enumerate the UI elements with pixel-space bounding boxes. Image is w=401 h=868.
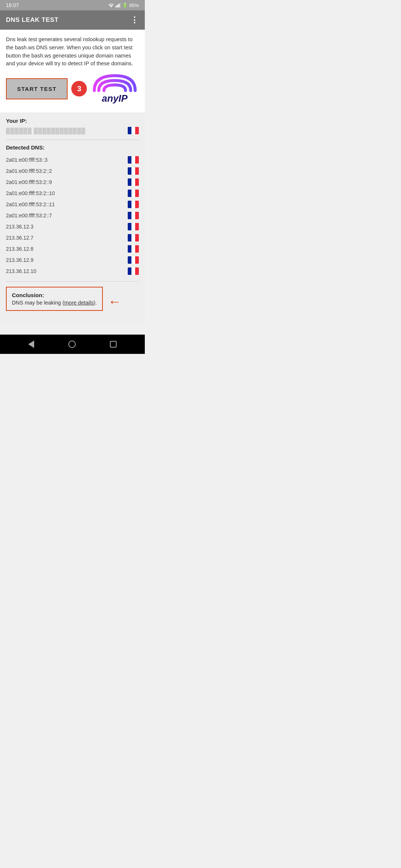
dns-list-item: 2a01:e00:ffff:53:2::7 (6, 210, 139, 221)
detected-dns-label: Detected DNS: (6, 144, 139, 151)
dns-address: 213.36.12.10 (6, 268, 36, 274)
divider-2 (6, 281, 139, 282)
signal-icon (115, 3, 121, 7)
menu-button[interactable]: ⋮ (130, 15, 139, 25)
anyip-logo: anyIP (91, 74, 139, 103)
dns-country-flag (128, 245, 139, 253)
divider-1 (6, 139, 139, 140)
main-content: Dns leak test generates several nslookup… (0, 30, 145, 112)
dns-list-item: 213.36.12.3 (6, 221, 139, 232)
nav-bar (0, 335, 145, 354)
status-bar: 16:07 🔋 95% (0, 0, 145, 10)
ip-country-flag (128, 127, 139, 134)
results-section: Your IP: ██████ ████████████ Detected DN… (0, 112, 145, 323)
conclusion-row: Conclusion: DNS may be leaking (more det… (6, 287, 139, 323)
home-button[interactable] (68, 341, 76, 348)
back-button[interactable] (28, 341, 34, 348)
arrow-icon: ← (108, 295, 121, 308)
dns-address: 2a01:e00:ffff:53:2::10 (6, 190, 55, 196)
anyip-text: anyIP (102, 93, 127, 104)
dns-address: 213.36.12.3 (6, 224, 33, 230)
dns-country-flag (128, 156, 139, 164)
dns-list-item: 213.36.12.10 (6, 266, 139, 277)
svg-rect-1 (115, 6, 117, 7)
dns-list-item: 213.36.12.8 (6, 243, 139, 254)
dns-list-item: 2a01:e00:ffff:53:2::10 (6, 188, 139, 199)
dns-address: 2a01:e00:ffff:53:2::9 (6, 179, 52, 185)
bottom-space (0, 323, 145, 335)
badge-number: 3 (71, 81, 87, 96)
dns-list-item: 213.36.12.9 (6, 254, 139, 266)
dns-country-flag (128, 267, 139, 275)
start-test-row: START TEST 3 (6, 74, 139, 103)
dns-address: 2a01:e00:ffff:53:2::7 (6, 213, 52, 218)
dns-country-flag (128, 223, 139, 230)
dns-list: 2a01:e00:ffff:53::3 2a01:e00:ffff:53:2::… (6, 154, 139, 277)
app-title: DNS LEAK TEST (6, 16, 59, 24)
status-icons: 🔋 95% (108, 3, 139, 8)
wifi-icon (108, 3, 114, 7)
dns-address: 213.36.12.9 (6, 257, 33, 263)
svg-rect-4 (120, 3, 121, 7)
svg-rect-2 (117, 5, 118, 7)
conclusion-box: Conclusion: DNS may be leaking (more det… (6, 287, 103, 311)
more-details-link[interactable]: more details (64, 300, 94, 306)
dns-address: 213.36.12.8 (6, 246, 33, 252)
dns-country-flag (128, 212, 139, 219)
conclusion-label: Conclusion: (12, 292, 97, 298)
description-text: Dns leak test generates several nslookup… (6, 36, 139, 68)
start-test-left: START TEST 3 (6, 78, 87, 99)
svg-marker-0 (110, 6, 112, 7)
dns-country-flag (128, 178, 139, 186)
dns-list-item: 2a01:e00:ffff:53:2::2 (6, 165, 139, 177)
dns-list-item: 213.36.12.7 (6, 232, 139, 243)
battery-level: 95% (129, 3, 139, 8)
dns-country-flag (128, 190, 139, 197)
dns-address: 2a01:e00:ffff:53:2::11 (6, 201, 55, 207)
dns-list-item: 2a01:e00:ffff:53:2::9 (6, 177, 139, 188)
dns-list-item: 2a01:e00:ffff:53::3 (6, 154, 139, 165)
dns-address: 213.36.12.7 (6, 235, 33, 241)
your-ip-label: Your IP: (6, 118, 139, 124)
dns-address: 2a01:e00:ffff:53:2::2 (6, 168, 52, 174)
dns-country-flag (128, 234, 139, 241)
recents-button[interactable] (110, 341, 117, 348)
app-bar: DNS LEAK TEST ⋮ (0, 10, 145, 30)
ip-value: ██████ ████████████ (6, 128, 124, 134)
dns-address: 2a01:e00:ffff:53::3 (6, 157, 48, 163)
cloud-svg (91, 74, 139, 94)
ip-row: ██████ ████████████ (6, 127, 139, 134)
dns-list-item: 2a01:e00:ffff:53:2::11 (6, 199, 139, 210)
start-test-button[interactable]: START TEST (6, 78, 68, 99)
status-time: 16:07 (6, 2, 19, 8)
battery-icon: 🔋 (122, 3, 128, 8)
dns-country-flag (128, 256, 139, 264)
dns-country-flag (128, 201, 139, 208)
conclusion-text: DNS may be leaking (more details). (12, 300, 97, 306)
dns-country-flag (128, 167, 139, 175)
svg-rect-3 (118, 4, 120, 7)
